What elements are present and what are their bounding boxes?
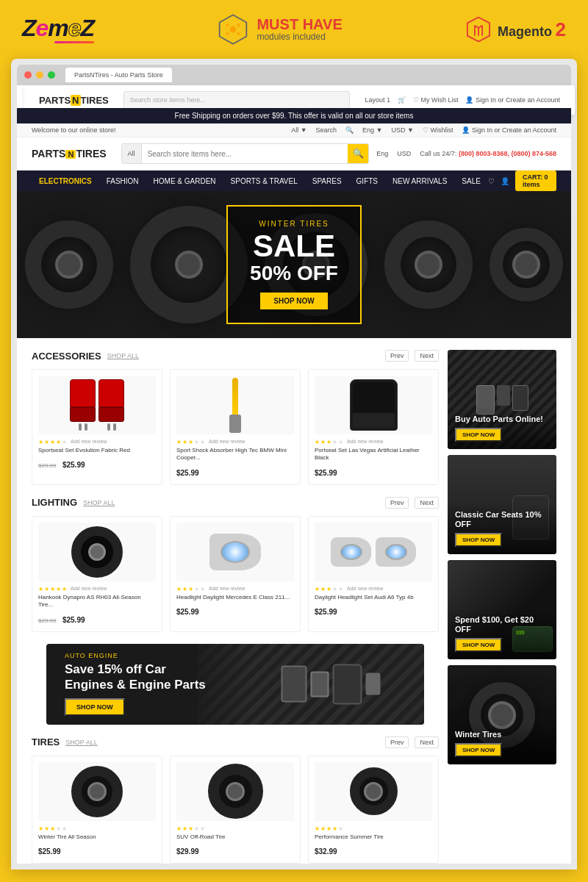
product-price: $25.99 xyxy=(315,469,337,477)
header-layer1-nav: Layout 1 🛒 ♡ My Wish List 👤 Sign In or C… xyxy=(365,96,560,104)
tire-bg-4 xyxy=(384,220,473,309)
product-price: $29.99 xyxy=(176,847,199,856)
product-review: Add new review xyxy=(209,439,245,445)
product-stars: ★★★★★ Add new review xyxy=(38,586,156,592)
tires-title: TIRES xyxy=(32,736,60,747)
currency-selector[interactable]: USD xyxy=(397,150,411,157)
lighting-next[interactable]: Next xyxy=(415,497,439,509)
product-card: ★★★★★ Winter Tire All Season $25.99 xyxy=(32,756,162,864)
browser-tab[interactable]: PartsNTires - Auto Parts Store xyxy=(65,68,172,82)
accessories-prev[interactable]: Prev xyxy=(385,350,409,362)
browser-window: PartsNTires - Auto Parts Store PARTSNTIR… xyxy=(11,59,577,870)
search-button[interactable]: 🔍 xyxy=(348,144,368,163)
secondary-bar: Welcome to our online store! All ▼ Searc… xyxy=(17,123,571,137)
accessories-header: ACCESSORIES SHOP ALL Prev Next xyxy=(32,350,439,362)
site-nav: ELECTRONICS FASHION HOME & GARDEN SPORTS… xyxy=(17,171,571,191)
header-main: PARTSNTIRES All 🔍 Eng USD Call us 24/7: … xyxy=(17,137,571,171)
content-area: ACCESSORIES SHOP ALL Prev Next xyxy=(17,338,571,864)
close-dot xyxy=(24,71,32,79)
promo4-shop-btn[interactable]: SHOP NOW xyxy=(455,743,502,757)
top-badge-area: ZemeZ MUST HAVE modules included Magento… xyxy=(0,0,588,59)
product-image xyxy=(315,762,432,821)
promo-buy-auto: Buy Auto Parts Online! SHOP NOW xyxy=(448,350,556,449)
product-card: ★★★★★ Add new review Headlight Daylight … xyxy=(170,516,301,632)
product-card: ★★★★★ Add new review Daylight Headlight … xyxy=(308,516,439,632)
product-name: Headlight Daylight Mercedes E Class 211.… xyxy=(176,594,294,601)
product-card: ★★★★★ SUV Off-Road Tire $29.99 xyxy=(170,756,301,864)
nav-electronics[interactable]: ELECTRONICS xyxy=(32,171,99,191)
product-image xyxy=(176,762,294,821)
tires-section: TIRES SHOP ALL Prev Next xyxy=(32,725,439,864)
tires-nav: Prev Next xyxy=(385,736,439,748)
magento-version: 2 xyxy=(556,18,566,40)
must-have-line2: modules included xyxy=(257,32,342,42)
minimize-dot xyxy=(36,71,43,79)
engine-content: AUTO ENGINE Save 15% off Car Engines & E… xyxy=(65,652,206,716)
product-stars: ★★★★★ xyxy=(176,825,294,832)
zemes-logo[interactable]: ZemeZ xyxy=(22,16,94,43)
nav-spares[interactable]: SPARES xyxy=(305,171,349,191)
product-price: $25.99 xyxy=(62,616,85,624)
cart-button[interactable]: CART: 0 items xyxy=(515,171,556,191)
nav-home-garden[interactable]: HOME & GARDEN xyxy=(146,171,223,191)
engine-shop-now-button[interactable]: SHOP NOW xyxy=(65,698,125,716)
product-price: $25.99 xyxy=(62,461,85,469)
lang-selector[interactable]: Eng xyxy=(376,150,388,157)
hero-small-text: WINTER TIRES xyxy=(250,220,338,228)
site-logo[interactable]: PARTSNTIRES xyxy=(32,148,107,159)
product-image xyxy=(38,523,156,581)
product-review: Add new review xyxy=(71,439,107,445)
lighting-header: LIGHTING SHOP ALL Prev Next xyxy=(32,497,439,509)
product-stars: ★★★★★ Add new review xyxy=(176,586,294,592)
product-review: Add new review xyxy=(209,586,245,592)
tires-next[interactable]: Next xyxy=(415,736,439,748)
nav-new-arrivals[interactable]: NEW ARRIVALS xyxy=(385,171,454,191)
search-category[interactable]: All xyxy=(122,144,142,163)
maximize-dot xyxy=(48,71,55,79)
product-name: Performance Summer Tire xyxy=(315,833,432,841)
header-search[interactable]: All 🔍 xyxy=(121,143,370,164)
product-review: Add new review xyxy=(347,586,383,592)
site-wrapper: PARTSNTIRES Search store items here... L… xyxy=(17,85,571,864)
product-price: $25.99 xyxy=(176,469,199,477)
wishlist-icon[interactable]: ♡ xyxy=(488,177,495,185)
tire-bg-5 xyxy=(490,228,563,301)
hero-shop-now-button[interactable]: SHOP NOW xyxy=(260,293,327,309)
promo1-shop-btn[interactable]: SHOP NOW xyxy=(455,428,502,442)
magento-badge: Magento 2 xyxy=(465,16,566,43)
promo2-title: Classic Car Seats 10% OFF xyxy=(455,510,549,529)
promo4-title: Winter Tires xyxy=(455,730,549,739)
tires-shop-all[interactable]: SHOP ALL xyxy=(65,739,97,746)
lighting-shop-all[interactable]: SHOP ALL xyxy=(83,499,115,506)
tire-visual-3 xyxy=(350,767,398,815)
lighting-prev[interactable]: Prev xyxy=(385,497,409,509)
product-stars: ★★★★★ Add new review xyxy=(315,439,432,445)
promo3-shop-btn[interactable]: SHOP NOW xyxy=(455,638,502,652)
account-icon[interactable]: 👤 xyxy=(501,177,509,185)
product-stars: ★★★★★ Add new review xyxy=(176,439,294,445)
product-card: ★★★★★ Add new review Hankook Dynapro AS … xyxy=(32,516,162,632)
accessories-shop-all[interactable]: SHOP ALL xyxy=(107,352,139,359)
product-image xyxy=(38,762,156,821)
product-price: $25.99 xyxy=(315,608,337,616)
magento-label: Magento xyxy=(498,24,552,39)
product-card: ★★★★★ Add new review Portseat Set Las Ve… xyxy=(308,369,439,485)
lighting-title: LIGHTING xyxy=(32,497,77,508)
search-input[interactable] xyxy=(142,144,348,163)
logo-n: N xyxy=(65,150,76,159)
svg-point-5 xyxy=(237,32,240,35)
accessories-next[interactable]: Next xyxy=(415,350,439,362)
svg-point-2 xyxy=(226,24,229,26)
nav-sale[interactable]: SALE xyxy=(454,171,488,191)
hero-banner: WINTER TIRES SALE 50% OFF SHOP NOW xyxy=(17,191,571,338)
tires-prev[interactable]: Prev xyxy=(385,736,409,748)
nav-right: ♡ 👤 CART: 0 items xyxy=(488,171,556,191)
nav-sports[interactable]: SPORTS & TRAVEL xyxy=(223,171,305,191)
header-layer1-search[interactable]: Search store items here... xyxy=(123,91,351,109)
nav-fashion[interactable]: FASHION xyxy=(99,171,146,191)
promo2-shop-btn[interactable]: SHOP NOW xyxy=(455,533,502,547)
product-review: Add new review xyxy=(347,439,383,445)
svg-point-4 xyxy=(226,32,229,35)
product-name: Hankook Dynapro AS RH03 All-Season Tire.… xyxy=(38,594,156,609)
nav-gifts[interactable]: GIFTS xyxy=(349,171,385,191)
